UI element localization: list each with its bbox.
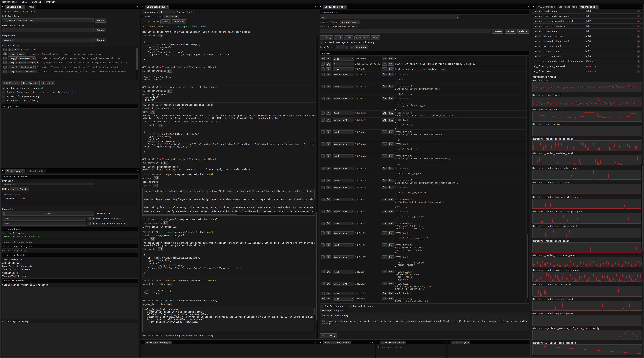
expand-button[interactable]: [+] <box>150 237 155 241</box>
load-log-button[interactable]: Load Log <box>172 19 186 24</box>
close-icon[interactable]: ✕ <box>526 340 530 345</box>
project-file-row[interactable]: x project project.toml <box>2 47 138 52</box>
add-project-button[interactable]: Add Project <box>2 81 20 85</box>
entry-insert-button[interactable]: Ins <box>382 62 387 65</box>
discussion-entry-row[interactable]: + [+] User ▼ 14:29:59 Ins Del hi <box>320 56 529 61</box>
menu-item[interactable]: View <box>22 0 27 3</box>
entry-expand-button[interactable]: [+] <box>326 297 332 300</box>
history-trunc-minus-button[interactable]: - <box>87 222 90 225</box>
discussion-entry-row[interactable]: + [+] User ▼ 14:30:22 Ins Del testing yo… <box>320 67 529 72</box>
roles-header[interactable]: ▶ Roles <box>320 51 529 56</box>
entry-role-select[interactable]: Vendor API ▼ <box>332 210 354 213</box>
history-truncation-input[interactable]: 8000 <box>2 222 86 226</box>
entry-add-button[interactable]: + <box>321 243 324 247</box>
collapse-icon[interactable]: ▼ <box>141 340 145 345</box>
remove-file-button[interactable]: x <box>3 57 6 60</box>
entry-insert-button[interactable]: Ins <box>382 222 387 225</box>
discussion-entry-row[interactable]: + [+] Tool ▼ 14:30:42 Ins Del [TOOL RESU… <box>320 130 529 142</box>
discussion-entry-row[interactable]: + [+] Tool ▼ 14:30:46 Ins Del [TOOL RESU… <box>320 154 529 166</box>
collapse-icon[interactable]: ▼ <box>532 4 536 8</box>
expand-button[interactable]: [+] <box>158 124 163 127</box>
entry-expand-button[interactable]: [+] <box>326 198 332 201</box>
keep-pairs-minus-button[interactable]: - <box>345 46 348 49</box>
entry-action-button[interactable]: +All <box>344 35 353 40</box>
close-icon[interactable]: ✕ <box>135 4 140 8</box>
entry-role-select[interactable]: Vendor API ▼ <box>332 282 354 286</box>
focus-agent-select[interactable]: All ▼ <box>159 10 171 14</box>
entry-role-select[interactable]: Vendor API ▼ <box>332 186 354 189</box>
entry-expand-button[interactable]: [+] <box>326 167 332 170</box>
remove-file-button[interactable]: x <box>3 70 6 73</box>
remove-file-button[interactable]: x <box>3 52 6 55</box>
entry-expand-button[interactable]: [+] <box>326 210 332 213</box>
keep-pairs-plus-button[interactable]: + <box>350 46 353 49</box>
entry-add-button[interactable]: + <box>321 57 324 60</box>
entry-insert-button[interactable]: Ins <box>382 111 387 115</box>
global-prompt-textarea[interactable] <box>2 287 138 318</box>
tab-tier4-qa[interactable]: Tier 4: QA✕ <box>451 341 470 345</box>
expand-button[interactable]: [+] <box>158 34 163 37</box>
entry-role-select[interactable]: Tool ▼ <box>332 270 354 274</box>
diagnostic-checkbox[interactable]: ✓ <box>637 24 640 28</box>
model-list-item[interactable]: deepseek-reasoner <box>2 196 138 200</box>
project-file-tag[interactable]: temp_livetoolssim * <box>8 65 36 69</box>
entry-expand-button[interactable]: [+] <box>326 255 332 259</box>
collapse-icon[interactable]: ▼ <box>376 340 380 345</box>
discussion-entry-row[interactable]: + [+] Vendor API ▼ 14:30:53 Ins Del [TOO… <box>320 185 529 197</box>
output-dir-input[interactable]: ./md_gen <box>2 38 94 42</box>
close-icon[interactable]: ✕ <box>596 6 598 8</box>
entry-expand-button[interactable]: [+] <box>326 270 332 273</box>
create-button[interactable]: Create <box>492 29 504 33</box>
entry-add-button[interactable]: + <box>321 118 324 122</box>
close-icon[interactable]: ✕ <box>403 342 404 344</box>
checkbox[interactable] <box>2 91 5 94</box>
horizontal-scrollbar[interactable] <box>143 213 314 215</box>
entry-role-select[interactable]: Vendor API ▼ <box>332 231 354 235</box>
project-file-tag[interactable]: temp_livecontextsim <box>8 56 36 60</box>
collapse-icon[interactable]: ▼ <box>318 340 323 345</box>
truncate-button[interactable]: Truncate <box>354 45 368 49</box>
entry-add-button[interactable]: + <box>321 130 324 134</box>
entry-add-button[interactable]: + <box>321 186 324 189</box>
entry-expand-button[interactable]: [+] <box>326 97 332 100</box>
discussion-entry-row[interactable]: + [+] Tool ▼ 14:30:38 Ins Del [TOOL RESU… <box>320 111 529 118</box>
entry-role-select[interactable]: Vendor API ▼ <box>332 118 354 122</box>
tab-response[interactable]: Response <box>333 309 346 312</box>
entry-add-button[interactable]: + <box>321 155 324 158</box>
entry-insert-button[interactable]: Ins <box>382 142 387 146</box>
tab-mma-dashboard[interactable]: MMA Dashboard <box>536 5 556 8</box>
diagnostic-checkbox[interactable]: ✓ <box>637 19 640 23</box>
entry-role-select[interactable]: User ▼ <box>332 292 354 295</box>
entry-role-select[interactable]: Vendor API ▼ <box>332 142 354 146</box>
keep-pairs-input[interactable]: 2 <box>336 45 344 49</box>
entry-expand-button[interactable]: [+] <box>326 118 332 122</box>
discussion-entries-list[interactable]: + [+] User ▼ 14:29:59 Ins Del hi + [+] <box>320 56 529 304</box>
discussion-entry-row[interactable]: + [+] Vendor API ▼ 14:30:42 Ins Del [TOO… <box>320 118 529 130</box>
max-tokens-input[interactable]: 8192 <box>2 217 86 221</box>
entry-delete-button[interactable]: Del <box>388 222 394 225</box>
max-tokens-minus-button[interactable]: - <box>87 217 90 220</box>
discussion-entry-row[interactable]: + [+] Vendor API ▼ 14:30:49 Ins Del [TOO… <box>320 166 529 178</box>
collapse-icon[interactable]: ▼ <box>0 168 5 173</box>
close-icon[interactable]: ✕ <box>22 170 24 172</box>
entry-role-select[interactable]: Tool ▼ <box>332 179 354 182</box>
entry-add-button[interactable]: + <box>321 85 324 88</box>
tab-log-management[interactable]: Log Management <box>556 5 579 8</box>
provider-select[interactable]: deepseek ▼ <box>2 182 94 185</box>
discussion-entry-row[interactable]: + [+] Vendor API ▼ 14:31:07 Ins Del [TOO… <box>320 255 529 269</box>
entry-delete-button[interactable]: Del <box>388 118 394 122</box>
pop-out-tool-calls-checkbox[interactable] <box>172 10 176 14</box>
entry-role-select[interactable]: User ▼ <box>332 57 354 61</box>
entry-add-button[interactable]: + <box>321 167 324 170</box>
entry-delete-button[interactable]: Del <box>388 231 394 235</box>
entry-add-button[interactable]: + <box>321 282 324 285</box>
diagnostic-checkbox[interactable]: ✓ <box>637 44 640 48</box>
agent-tools-header[interactable]: ▶ Agent Tools <box>2 104 138 109</box>
entry-delete-button[interactable]: Del <box>388 186 394 189</box>
save-all-button[interactable]: Save All <box>41 81 55 85</box>
close-icon[interactable]: ✕ <box>348 342 350 344</box>
checkbox[interactable]: ✓ <box>2 99 5 102</box>
entry-insert-button[interactable]: Ins <box>382 255 387 259</box>
remove-file-button[interactable]: x <box>3 65 6 68</box>
entry-delete-button[interactable]: Del <box>388 297 394 300</box>
